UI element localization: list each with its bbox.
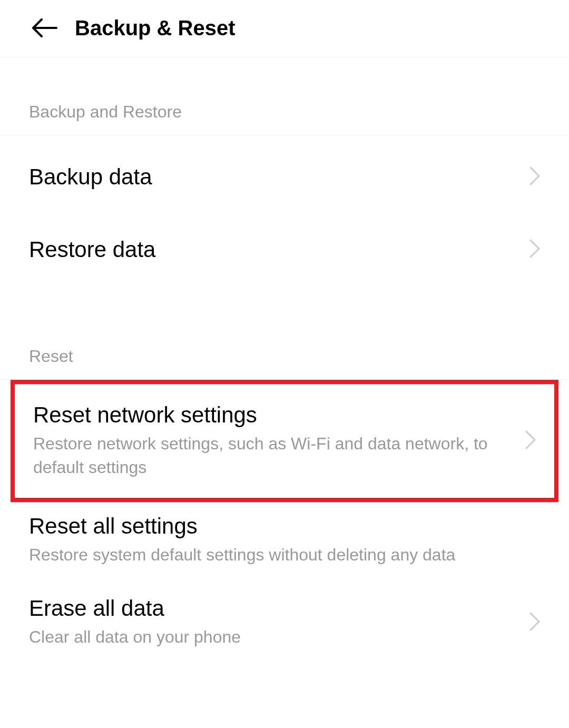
section-header-reset: Reset	[0, 294, 569, 380]
backup-data-item[interactable]: Backup data	[0, 135, 569, 216]
restore-data-item[interactable]: Restore data	[0, 216, 569, 294]
chevron-right-icon	[529, 612, 540, 633]
section-header-backup-restore: Backup and Restore	[0, 57, 569, 135]
reset-all-subtitle: Restore system default settings without …	[29, 543, 540, 567]
erase-all-data-item[interactable]: Erase all data Clear all data on your ph…	[0, 581, 569, 664]
list-item-content: Reset network settings Restore network s…	[33, 402, 515, 479]
erase-all-title: Erase all data	[29, 596, 519, 621]
chevron-right-icon	[529, 239, 540, 260]
list-item-content: Reset all settings Restore system defaul…	[29, 514, 540, 567]
reset-all-settings-item[interactable]: Reset all settings Restore system defaul…	[0, 502, 569, 582]
list-item-content: Backup data	[29, 164, 519, 190]
chevron-right-icon	[525, 430, 536, 451]
page-title: Backup & Reset	[75, 16, 236, 40]
highlight-box: Reset network settings Restore network s…	[11, 380, 558, 502]
list-item-content: Restore data	[29, 237, 519, 262]
header-bar: Backup & Reset	[0, 0, 569, 57]
chevron-right-icon	[529, 166, 540, 188]
list-item-content: Erase all data Clear all data on your ph…	[29, 596, 519, 649]
back-button[interactable]	[32, 15, 58, 41]
restore-data-title: Restore data	[29, 237, 519, 262]
reset-all-title: Reset all settings	[29, 514, 540, 539]
backup-data-title: Backup data	[29, 164, 519, 190]
erase-all-subtitle: Clear all data on your phone	[29, 625, 519, 649]
reset-network-subtitle: Restore network settings, such as Wi-Fi …	[33, 432, 515, 479]
reset-network-title: Reset network settings	[33, 402, 515, 428]
arrow-left-icon	[32, 18, 57, 37]
reset-network-settings-item[interactable]: Reset network settings Restore network s…	[15, 384, 554, 498]
content-area: Backup and Restore Backup data Restore d…	[0, 57, 569, 664]
